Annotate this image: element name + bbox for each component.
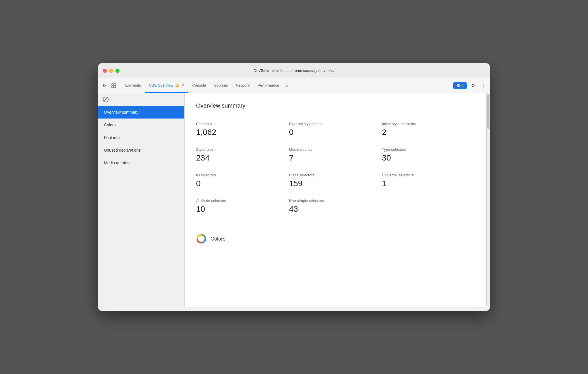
tab-bar-icons: [100, 82, 118, 90]
bell-icon: 🔔: [175, 83, 179, 87]
more-options-icon[interactable]: ⋮: [479, 82, 488, 90]
more-tabs-button[interactable]: »: [283, 78, 291, 93]
stat-class-selectors-label: Class selectors: [289, 173, 382, 177]
scrollbar-track[interactable]: [486, 93, 490, 307]
stat-external-stylesheets: External stylesheets 0: [289, 117, 382, 143]
tab-network-label: Network: [236, 83, 250, 87]
stat-type-selectors-label: Type selectors: [382, 147, 475, 152]
minimize-traffic-light[interactable]: [109, 69, 113, 73]
stat-type-selectors-value: 30: [382, 153, 475, 163]
window-title: DevTools - developer.chrome.com/tags/dev…: [254, 68, 334, 73]
close-traffic-light[interactable]: [103, 69, 107, 73]
svg-rect-1: [114, 84, 116, 85]
tab-network[interactable]: Network: [232, 78, 254, 93]
tab-bar-right: 💬 1 ⚙ ⋮: [453, 82, 488, 90]
stat-universal-selectors: Universal selectors 1: [382, 168, 475, 194]
stat-style-rules-label: Style rules: [196, 147, 289, 152]
stat-class-selectors: Class selectors 159: [289, 168, 382, 194]
tab-sources[interactable]: Sources: [210, 78, 232, 93]
sidebar-item-overview-summary[interactable]: Overview summary: [98, 106, 184, 119]
stats-grid: Elements 1,062 External stylesheets 0 In…: [196, 117, 475, 220]
page-title: Overview summary: [196, 102, 475, 109]
stat-id-selectors: ID selectors 0: [196, 168, 289, 194]
stat-media-queries-label: Media queries: [289, 147, 382, 152]
sidebar-item-media-queries[interactable]: Media queries: [98, 157, 184, 169]
stat-non-simple-selectors: Non-simple selectors 43: [289, 194, 382, 220]
settings-icon[interactable]: ⚙: [469, 82, 477, 90]
chat-icon: 💬: [456, 83, 461, 88]
sidebar-unused-declarations-label: Unused declarations: [104, 148, 141, 152]
title-bar: DevTools - developer.chrome.com/tags/dev…: [98, 63, 490, 78]
svg-point-8: [199, 236, 204, 241]
maximize-traffic-light[interactable]: [115, 69, 120, 73]
stat-inline-style-elements-label: Inline style elements: [382, 122, 475, 126]
stat-type-selectors: Type selectors 30: [382, 143, 475, 168]
stat-attribute-selectors-value: 10: [196, 205, 289, 214]
ai-chat-button[interactable]: 💬 1: [453, 82, 467, 89]
stat-style-rules-value: 234: [196, 153, 289, 163]
svg-rect-0: [112, 84, 113, 85]
sidebar-item-font-info[interactable]: Font info: [98, 131, 184, 144]
colors-section: Colors: [196, 231, 475, 244]
sidebar-font-info-label: Font info: [104, 135, 120, 140]
colors-ring-icon: [196, 234, 206, 244]
stat-elements-value: 1,062: [196, 128, 289, 137]
stat-external-stylesheets-value: 0: [289, 128, 382, 137]
section-divider: [196, 224, 475, 224]
tab-close-icon[interactable]: ✕: [182, 83, 184, 87]
inspect-icon[interactable]: [110, 82, 118, 90]
scrollbar-thumb[interactable]: [487, 94, 490, 129]
no-entry-icon[interactable]: [103, 97, 109, 102]
devtools-body: Overview summary Colors Font info Unused…: [98, 93, 490, 307]
tab-performance-label: Performance: [258, 83, 279, 87]
stat-universal-selectors-value: 1: [382, 179, 475, 188]
browser-window: DevTools - developer.chrome.com/tags/dev…: [98, 63, 490, 311]
stat-inline-style-elements-value: 2: [382, 128, 475, 137]
stat-non-simple-selectors-value: 43: [289, 205, 382, 214]
stat-attribute-selectors: Attribute selectors 10: [196, 194, 289, 220]
sidebar-item-colors[interactable]: Colors: [98, 119, 184, 131]
tab-css-overview[interactable]: CSS Overview 🔔 ✕: [145, 78, 188, 93]
sidebar-overview-summary-label: Overview summary: [104, 110, 139, 115]
stat-inline-style-elements: Inline style elements 2: [382, 117, 475, 143]
tab-console-label: Console: [192, 83, 206, 87]
cursor-icon[interactable]: [100, 82, 109, 90]
stat-external-stylesheets-label: External stylesheets: [289, 122, 382, 126]
sidebar-media-queries-label: Media queries: [104, 161, 129, 165]
tab-elements[interactable]: Elements: [121, 78, 145, 93]
svg-rect-2: [112, 86, 113, 88]
tab-performance[interactable]: Performance: [254, 78, 283, 93]
traffic-lights: [103, 69, 120, 73]
bottom-bar: [98, 307, 490, 311]
tab-css-overview-label: CSS Overview: [149, 83, 173, 87]
chat-badge: 1: [462, 83, 464, 88]
tab-elements-label: Elements: [125, 83, 141, 87]
stat-non-simple-selectors-label: Non-simple selectors: [289, 199, 382, 203]
stat-id-selectors-value: 0: [196, 179, 289, 188]
tab-sources-label: Sources: [214, 83, 228, 87]
sidebar: Overview summary Colors Font info Unused…: [98, 93, 185, 307]
tab-bar: Elements CSS Overview 🔔 ✕ Console Source…: [98, 78, 490, 93]
sidebar-colors-label: Colors: [104, 123, 115, 127]
main-panel: Overview summary Elements 1,062 External…: [185, 93, 486, 307]
stat-media-queries: Media queries 7: [289, 143, 382, 168]
tab-console[interactable]: Console: [188, 78, 210, 93]
stat-elements-label: Elements: [196, 122, 289, 126]
stat-class-selectors-value: 159: [289, 179, 382, 188]
sidebar-nav: Overview summary Colors Font info Unused…: [98, 106, 184, 169]
sidebar-top: [98, 93, 184, 106]
sidebar-item-unused-declarations[interactable]: Unused declarations: [98, 144, 184, 157]
stat-id-selectors-label: ID selectors: [196, 173, 289, 177]
stat-universal-selectors-label: Universal selectors: [382, 173, 475, 177]
stat-attribute-selectors-label: Attribute selectors: [196, 199, 289, 203]
stat-elements: Elements 1,062: [196, 117, 289, 143]
stat-media-queries-value: 7: [289, 153, 382, 163]
tabs: Elements CSS Overview 🔔 ✕ Console Source…: [121, 78, 453, 93]
stat-empty: [382, 194, 475, 220]
stat-style-rules: Style rules 234: [196, 143, 289, 168]
svg-rect-3: [114, 86, 116, 88]
colors-section-label: Colors: [210, 236, 225, 242]
